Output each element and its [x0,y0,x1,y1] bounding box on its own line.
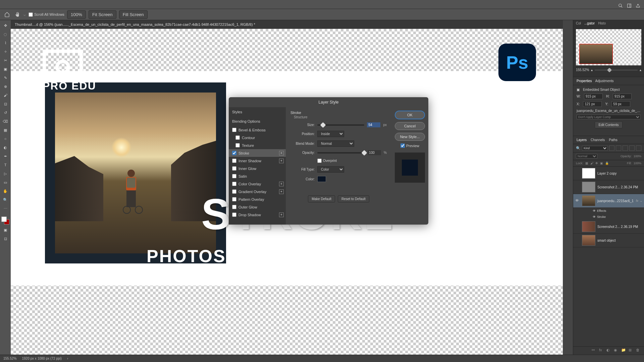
visibility-icon[interactable]: 👁 [593,215,596,219]
ok-button[interactable]: OK [395,111,425,119]
bevel-emboss-item[interactable]: Bevel & Emboss [229,126,286,134]
mask-icon[interactable]: ◐ [606,348,612,353]
make-default-button[interactable]: Make Default [308,195,335,202]
visibility-icon[interactable] [575,224,580,229]
x-input[interactable] [583,101,602,107]
layer-row[interactable]: 👁juanproedu...2215ac6_1fx⌵ [573,194,644,208]
lock-nest-icon[interactable]: ▣ [600,162,603,165]
color-overlay-item[interactable]: Color Overlay+ [229,180,286,188]
wand-tool-icon[interactable]: ✧ [2,48,9,55]
brush-tool-icon[interactable]: 🖌 [2,92,9,99]
scroll-all-checkbox[interactable]: Scroll All Windows [29,12,64,17]
new-style-button[interactable]: New Style... [395,133,425,141]
layer-row[interactable]: Screenshot 2... 2.36.19 PM [573,220,644,234]
gradient-tool-icon[interactable]: ▦ [2,127,9,133]
tab-properties[interactable]: Properties [577,79,592,83]
history-brush-icon[interactable]: ↺ [2,109,9,116]
tab-channels[interactable]: Channels [591,138,605,142]
stamp-tool-icon[interactable]: ⊡ [2,101,9,107]
group-icon[interactable]: 📁 [621,348,627,353]
layer-blend-select[interactable]: Normal [576,154,597,159]
zoom-slider[interactable] [595,70,638,70]
opacity-input[interactable] [368,150,381,155]
styles-header[interactable]: Styles [229,107,286,117]
type-tool-icon[interactable]: T [2,162,9,168]
tab-color[interactable]: Col [576,21,581,25]
stroke-item[interactable]: Stroke+ [229,149,286,157]
tab-history[interactable]: Histo [598,21,606,25]
layer-row[interactable]: Layer 2 copy [573,167,644,180]
size-input[interactable] [367,122,380,127]
lasso-tool-icon[interactable]: ⌇ [2,40,9,46]
filter-kind-select[interactable]: Kind [582,146,608,150]
tab-layers[interactable]: Layers [577,138,587,142]
marquee-tool-icon[interactable]: ◌ [2,31,9,38]
zoom-100-button[interactable]: 100% [67,10,86,19]
zoom-out-icon[interactable]: ▴ [591,68,593,72]
texture-item[interactable]: Texture [229,141,286,149]
fill-screen-button[interactable]: Fill Screen [119,10,148,19]
quickmask-icon[interactable]: ▣ [2,227,9,233]
shape-tool-icon[interactable]: ▭ [2,179,9,186]
filter-adjust-icon[interactable] [616,145,621,151]
w-input[interactable] [584,94,603,99]
chevron-down-icon[interactable]: ⌵ [640,199,642,202]
y-input[interactable] [611,101,630,107]
crop-tool-icon[interactable]: ✂ [2,57,9,64]
overprint-checkbox[interactable]: Overprint [317,159,341,163]
filter-smart-icon[interactable] [636,145,641,151]
layer-row[interactable]: Screenshot 2... 2.36.24 PM [573,180,644,194]
layer-row[interactable]: smart object [573,234,644,247]
add-icon[interactable]: + [279,182,284,186]
zoom-in-icon[interactable]: ▴ [640,68,641,72]
inner-glow-item[interactable]: Inner Glow [229,165,286,172]
effects-row[interactable]: 👁Effects [573,208,644,214]
color-swatches[interactable] [1,217,9,225]
blur-tool-icon[interactable]: ○ [2,135,9,142]
document-tab[interactable]: Thumbnail....d @ 156% (juan......_Escena… [11,20,563,29]
zoom-tool-icon[interactable]: 🔍 [2,196,9,203]
add-icon[interactable]: + [279,213,284,217]
link-icon[interactable]: ⚯ [592,348,597,353]
add-icon[interactable]: + [279,151,284,156]
visibility-icon[interactable] [575,238,580,243]
visibility-icon[interactable] [575,185,580,189]
filter-search-icon[interactable]: 🔍 [576,146,581,150]
visibility-icon[interactable] [575,171,580,176]
stroke-effect-row[interactable]: 👁Stroke [573,214,644,220]
blendmode-select[interactable]: Normal [317,140,354,147]
zoom-status[interactable]: 155.52% [3,357,16,360]
share-icon[interactable] [635,3,641,8]
tab-adjustments[interactable]: Adjustments [595,79,614,83]
workspace-icon[interactable] [627,3,632,8]
navigator-thumbnail[interactable] [576,29,641,65]
chevron-right-icon[interactable]: › [67,357,68,360]
home-icon[interactable] [3,11,11,18]
visibility-icon[interactable]: 👁 [593,209,596,213]
eyedropper-tool-icon[interactable]: ✎ [2,74,9,81]
add-icon[interactable]: + [279,159,284,163]
heal-tool-icon[interactable]: ⊕ [2,83,9,90]
chevron-down-icon[interactable]: ⌵ [23,12,26,17]
lock-paint-icon[interactable]: 🖌 [590,162,593,165]
search-icon[interactable] [618,3,623,8]
filter-shape-icon[interactable] [629,145,635,151]
satin-item[interactable]: Satin [229,172,286,180]
filter-pixel-icon[interactable] [609,145,614,151]
new-layer-icon[interactable]: ⊞ [629,348,634,353]
blending-options[interactable]: Blending Options [229,117,286,126]
adjustment-icon[interactable]: ◉ [614,348,619,353]
tab-paths[interactable]: Paths [609,138,618,142]
edit-contents-button[interactable]: Edit Contents [595,121,622,128]
add-icon[interactable]: + [279,189,284,194]
fx-badge[interactable]: fx [636,199,638,202]
tab-navigator[interactable]: ...gator [584,21,595,25]
path-tool-icon[interactable]: ▷ [2,170,9,177]
fill-value[interactable]: 100% [634,162,641,165]
more-tool-icon[interactable]: ⋯ [2,205,9,212]
color-swatch[interactable] [317,176,326,182]
frame-tool-icon[interactable]: ▣ [2,66,9,72]
lock-all-icon[interactable]: 🔒 [605,162,609,165]
hand-tool-icon[interactable] [13,11,21,18]
contour-item[interactable]: Contour [229,134,286,141]
